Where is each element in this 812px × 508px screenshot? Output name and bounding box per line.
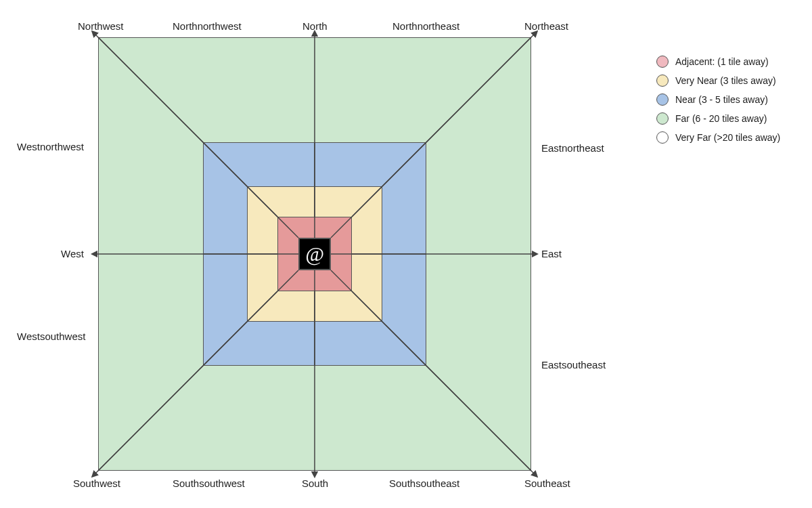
label-westsouthwest: Westsouthwest: [17, 331, 85, 342]
diagram-container: { "center": { "x": 465, "y": 375, "glyph…: [0, 0, 812, 508]
legend-label: Adjacent: (1 tile away): [675, 56, 769, 67]
label-southsoutheast: Southsoutheast: [389, 478, 459, 489]
legend-label: Very Far (>20 tiles away): [675, 132, 780, 143]
label-southeast: Southeast: [524, 478, 570, 489]
label-northwest: Northwest: [78, 20, 124, 32]
label-westnorthwest: Westnorthwest: [17, 141, 84, 152]
legend-swatch-adjacent: [656, 56, 669, 68]
label-southwest: Southwest: [73, 478, 120, 489]
label-north: North: [302, 20, 328, 32]
label-south: South: [302, 478, 328, 489]
legend-item-adjacent: Adjacent: (1 tile away): [656, 56, 780, 68]
label-northeast: Northeast: [524, 20, 568, 32]
legend-swatch-veryfar: [656, 131, 669, 144]
player-symbol: @: [305, 242, 324, 266]
legend-swatch-near: [656, 93, 669, 106]
legend-item-verynear: Very Near (3 tiles away): [656, 75, 780, 87]
label-northnortheast: Northnortheast: [392, 20, 459, 32]
center-player-glyph: @: [298, 238, 331, 270]
label-northnorthwest: Northnorthwest: [173, 20, 242, 32]
legend-swatch-far: [656, 112, 669, 125]
label-eastnortheast: Eastnortheast: [541, 142, 604, 154]
legend-swatch-verynear: [656, 75, 669, 87]
legend-item-near: Near (3 - 5 tiles away): [656, 93, 780, 106]
label-southsouthwest: Southsouthwest: [173, 478, 245, 489]
label-east: East: [541, 248, 562, 259]
legend-label: Near (3 - 5 tiles away): [675, 94, 768, 105]
label-west: West: [61, 248, 84, 259]
label-eastsoutheast: Eastsoutheast: [541, 359, 606, 371]
legend-item-veryfar: Very Far (>20 tiles away): [656, 131, 780, 144]
legend: Adjacent: (1 tile away) Very Near (3 til…: [656, 56, 780, 150]
legend-label: Very Near (3 tiles away): [675, 75, 776, 86]
legend-label: Far (6 - 20 tiles away): [675, 113, 767, 124]
legend-item-far: Far (6 - 20 tiles away): [656, 112, 780, 125]
